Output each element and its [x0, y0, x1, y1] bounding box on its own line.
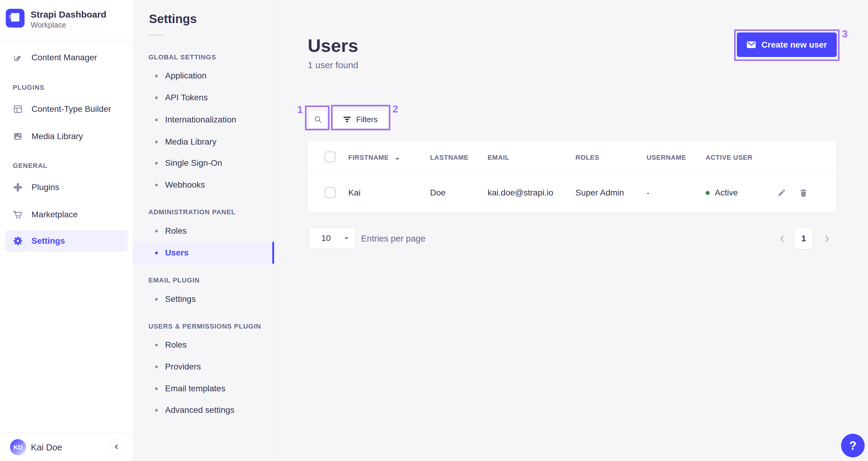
- column-header-firstname[interactable]: FIRSTNAME: [348, 154, 389, 162]
- subnav-item-roles-admin[interactable]: Roles: [133, 224, 274, 238]
- subnav-item-label: Media Library: [165, 137, 217, 147]
- subnav-item-email-settings[interactable]: Settings: [133, 292, 274, 306]
- subnav-item-label: Roles: [165, 340, 187, 350]
- subnav-item-roles-up[interactable]: Roles: [133, 338, 274, 352]
- sidebar-item-content-type-builder[interactable]: Content-Type Builder: [0, 100, 133, 118]
- sidebar-item-plugins[interactable]: Plugins: [0, 179, 133, 196]
- filter-icon: [343, 116, 351, 123]
- bullet-icon: [155, 118, 158, 121]
- bullet-icon: [155, 409, 158, 412]
- chevron-right-icon: [823, 235, 831, 243]
- subnav-item-internationalization[interactable]: Internationalization: [133, 113, 274, 126]
- help-button[interactable]: ?: [841, 434, 865, 457]
- subnav-item-media-library[interactable]: Media Library: [133, 135, 274, 148]
- current-user-name: Kai Doe: [31, 442, 62, 453]
- subnav-item-webhooks[interactable]: Webhooks: [133, 178, 274, 192]
- avatar[interactable]: KD: [10, 439, 26, 455]
- subnav-item-label: Roles: [165, 226, 187, 236]
- cell-firstname: Kai: [348, 188, 361, 198]
- sidebar-item-label: Plugins: [31, 182, 59, 192]
- chevron-left-icon: [778, 235, 786, 243]
- subnav-item-label: Providers: [165, 362, 201, 372]
- user-count-text: 1 user found: [308, 60, 358, 70]
- bullet-icon: [155, 75, 158, 77]
- sidebar-item-label: Marketplace: [31, 210, 78, 220]
- column-header-lastname[interactable]: LASTNAME: [430, 154, 468, 162]
- subnav-item-users[interactable]: Users: [133, 242, 274, 264]
- workspace-brand[interactable]: Strapi Dashboard Workplace: [0, 0, 133, 40]
- edit-user-button[interactable]: [775, 187, 787, 199]
- entries-per-page-label: Entries per page: [361, 234, 426, 244]
- search-icon: [313, 115, 322, 124]
- select-all-checkbox[interactable]: [325, 151, 336, 163]
- settings-subnav: Settings GLOBAL SETTINGS Application API…: [133, 0, 274, 461]
- column-header-username[interactable]: USERNAME: [647, 154, 686, 162]
- entries-per-page-value: 10: [321, 233, 331, 243]
- annotation-label-1: 1: [294, 104, 303, 115]
- search-button[interactable]: [308, 110, 328, 128]
- subnav-item-email-templates[interactable]: Email templates: [133, 382, 274, 395]
- next-page-button[interactable]: [821, 233, 833, 245]
- workspace-title: Strapi Dashboard: [31, 9, 106, 20]
- page-1-button[interactable]: 1: [795, 228, 813, 249]
- sidebar-item-label: Content Manager: [31, 53, 97, 62]
- sidebar-item-label: Media Library: [31, 132, 83, 141]
- subnav-section-email-plugin: EMAIL PLUGIN: [148, 277, 199, 284]
- bullet-icon: [155, 96, 158, 99]
- gear-icon: [13, 236, 23, 246]
- bullet-icon: [155, 344, 158, 346]
- subnav-section-administration-panel: ADMINISTRATION PANEL: [148, 208, 236, 216]
- sidebar-item-media-library[interactable]: Media Library: [0, 128, 133, 145]
- previous-page-button[interactable]: [776, 233, 788, 245]
- entries-per-page-select[interactable]: 10: [309, 228, 355, 249]
- create-new-user-button[interactable]: Create new user: [737, 32, 837, 57]
- feather-icon: [13, 52, 23, 63]
- column-header-active-user[interactable]: ACTIVE USER: [706, 154, 753, 162]
- cell-lastname: Doe: [430, 188, 445, 198]
- sidebar-item-marketplace[interactable]: Marketplace: [0, 206, 133, 223]
- active-status-dot: [706, 191, 710, 195]
- subnav-divider: [148, 34, 163, 35]
- sidebar-item-label: Content-Type Builder: [31, 104, 111, 114]
- table-header-divider: [307, 173, 837, 174]
- create-new-user-label: Create new user: [762, 40, 827, 50]
- cell-active-status: Active: [715, 188, 738, 198]
- sidebar-item-content-manager[interactable]: Content Manager: [0, 49, 133, 66]
- row-checkbox[interactable]: [325, 187, 336, 198]
- bullet-icon: [155, 162, 158, 165]
- collapse-sidebar-button[interactable]: [110, 440, 123, 455]
- chevron-left-icon: [113, 443, 120, 451]
- subnav-item-advanced-settings[interactable]: Advanced settings: [133, 403, 274, 417]
- layout-icon: [13, 104, 23, 114]
- subnav-item-providers[interactable]: Providers: [133, 360, 274, 373]
- subnav-item-label: API Tokens: [165, 93, 208, 103]
- envelope-icon: [747, 41, 756, 49]
- strapi-admin-page: Strapi Dashboard Workplace Content Manag…: [0, 0, 868, 461]
- subnav-item-label: Email templates: [165, 384, 225, 394]
- strapi-logo-icon: [6, 9, 25, 28]
- question-mark-icon: ?: [849, 439, 857, 453]
- picture-icon: [13, 131, 23, 142]
- bullet-icon: [155, 298, 158, 301]
- chevron-down-icon: [344, 237, 349, 240]
- sort-desc-icon[interactable]: [395, 156, 400, 162]
- sidebar-section-plugins: PLUGINS: [13, 84, 44, 91]
- subnav-item-single-sign-on[interactable]: Single Sign-On: [133, 156, 274, 170]
- subnav-section-global-settings: GLOBAL SETTINGS: [148, 53, 216, 61]
- avatar-initials: KD: [13, 444, 23, 451]
- column-header-roles[interactable]: ROLES: [576, 154, 599, 162]
- subnav-item-label: Single Sign-On: [165, 158, 222, 168]
- subnav-item-label: Users: [165, 248, 189, 258]
- sidebar-section-general: GENERAL: [13, 162, 48, 170]
- filters-button[interactable]: Filters: [333, 110, 388, 128]
- users-table: FIRSTNAME LASTNAME EMAIL ROLES USERNAME …: [307, 141, 837, 212]
- sidebar-item-settings[interactable]: Settings: [5, 230, 128, 252]
- subnav-item-application[interactable]: Application: [133, 69, 274, 82]
- subnav-item-api-tokens[interactable]: API Tokens: [133, 91, 274, 104]
- cart-icon: [13, 209, 23, 220]
- subnav-heading: Settings: [149, 12, 197, 26]
- column-header-email[interactable]: EMAIL: [488, 154, 509, 162]
- sidebar-item-label: Settings: [31, 236, 65, 246]
- delete-user-button[interactable]: [798, 187, 810, 199]
- subnav-item-label: Application: [165, 71, 207, 81]
